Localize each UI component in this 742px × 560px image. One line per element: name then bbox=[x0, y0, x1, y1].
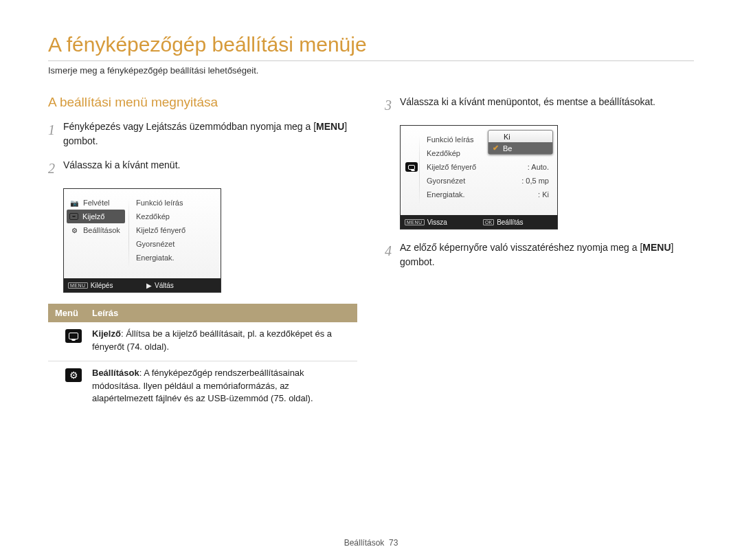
menu-keyword: MENU bbox=[642, 242, 671, 253]
row-title: Kijelző bbox=[92, 328, 121, 339]
menu-tag-icon: MENU bbox=[68, 282, 88, 289]
page-subtitle: Ismerje meg a fényképezőgép beállítási l… bbox=[48, 60, 694, 76]
footer-label-right: Beállítás bbox=[497, 219, 523, 226]
kv-row: Gyorsnézet: 0,5 mp bbox=[427, 174, 552, 188]
camera-icon: 📷 bbox=[69, 198, 79, 208]
option-popup: Ki ✔Be bbox=[488, 130, 553, 155]
footer-label-left: Vissza bbox=[427, 219, 447, 226]
step-text: Válassza ki a kívánt menüt. bbox=[63, 158, 357, 179]
submenu-item: Energiatak. bbox=[136, 251, 216, 265]
section-heading: A beállítási menü megnyitása bbox=[48, 95, 357, 110]
table-row: ⚙ Beállítások: A fényképezőgép rendszerb… bbox=[48, 361, 357, 413]
page-footer: Beállítások 73 bbox=[0, 538, 742, 548]
menu-item-beallitasok: ⚙ Beállítások bbox=[69, 223, 125, 237]
label: Kijelző bbox=[82, 212, 104, 221]
display-icon bbox=[65, 329, 82, 343]
step-number: 4 bbox=[385, 240, 400, 269]
th-menu: Menü bbox=[55, 308, 92, 318]
submenu-item: Kezdőkép bbox=[136, 210, 216, 223]
menu-item-kijelzo-selected: Kijelző bbox=[67, 210, 125, 223]
gear-icon: ⚙ bbox=[65, 368, 82, 382]
step-text: Válassza ki a kívánt menüpontot, és ment… bbox=[400, 95, 694, 115]
menu-tag-icon: MENU bbox=[405, 219, 425, 225]
camera-screenshot-option: Funkció leírás Kezdőkép Kijelző fényerő:… bbox=[400, 125, 558, 229]
display-icon bbox=[69, 213, 78, 220]
label: Felvétel bbox=[83, 199, 110, 207]
step-text: Fényképezés vagy Lejátszás üzemmódban ny… bbox=[63, 120, 357, 148]
camera-screenshot-menu: 📷 Felvétel Kijelző ⚙ Beállítások Funkció… bbox=[63, 188, 221, 293]
page-title: A fényképezőgép beállítási menüje bbox=[48, 33, 694, 56]
footer-section-label: Beállítások bbox=[344, 538, 385, 548]
step-3: 3 Válassza ki a kívánt menüpontot, és me… bbox=[385, 95, 694, 115]
step-number: 2 bbox=[48, 158, 63, 179]
kv-row: Kijelző fényerő: Auto. bbox=[427, 160, 552, 174]
submenu-item: Kijelző fényerő bbox=[136, 223, 216, 237]
display-icon-active bbox=[405, 160, 418, 174]
screenshot-footer: MENU Kilépés ▶ Váltás bbox=[64, 278, 221, 292]
step-text-frag: Fényképezés vagy Lejátszás üzemmódban ny… bbox=[63, 121, 316, 132]
screenshot-footer: MENU Vissza OK Beállítás bbox=[401, 215, 557, 229]
popup-option-be-selected: ✔Be bbox=[488, 142, 552, 154]
kv-row: Energiatak.: Ki bbox=[427, 188, 552, 201]
ok-tag-icon: OK bbox=[483, 219, 494, 225]
step-4: 4 Az előző képernyőre való visszatéréshe… bbox=[385, 240, 694, 269]
row-title: Beállítások bbox=[92, 368, 139, 378]
popup-option-ki: Ki bbox=[488, 131, 552, 142]
menu-keyword: MENU bbox=[316, 121, 344, 132]
gear-icon: ⚙ bbox=[69, 225, 79, 235]
menu-item-felvetel: 📷 Felvétel bbox=[69, 196, 125, 210]
row-desc: : Állítsa be a kijelző beállításait, pl.… bbox=[92, 328, 332, 352]
submenu-item: Funkció leírás bbox=[136, 196, 216, 210]
left-column: A beállítási menü megnyitása 1 Fényképez… bbox=[48, 95, 357, 412]
step-text-frag: Az előző képernyőre való visszatéréshez … bbox=[400, 242, 642, 253]
submenu-item: Gyorsnézet bbox=[136, 237, 216, 251]
step-2: 2 Válassza ki a kívánt menüt. bbox=[48, 158, 357, 179]
check-icon: ✔ bbox=[493, 144, 499, 153]
step-1: 1 Fényképezés vagy Lejátszás üzemmódban … bbox=[48, 120, 357, 148]
th-desc: Leírás bbox=[92, 308, 350, 318]
table-row: Kijelző: Állítsa be a kijelző beállítása… bbox=[48, 322, 357, 361]
table-header: Menü Leírás bbox=[48, 304, 357, 322]
right-column: 3 Válassza ki a kívánt menüpontot, és me… bbox=[385, 95, 694, 412]
page-number: 73 bbox=[389, 538, 398, 548]
footer-label-left: Kilépés bbox=[91, 282, 113, 289]
label: Beállítások bbox=[83, 226, 120, 234]
step-text: Az előző képernyőre való visszatéréshez … bbox=[400, 240, 694, 269]
step-number: 3 bbox=[385, 95, 400, 115]
step-number: 1 bbox=[48, 120, 63, 148]
footer-label-right: Váltás bbox=[155, 282, 174, 289]
arrow-right-icon: ▶ bbox=[146, 282, 152, 289]
